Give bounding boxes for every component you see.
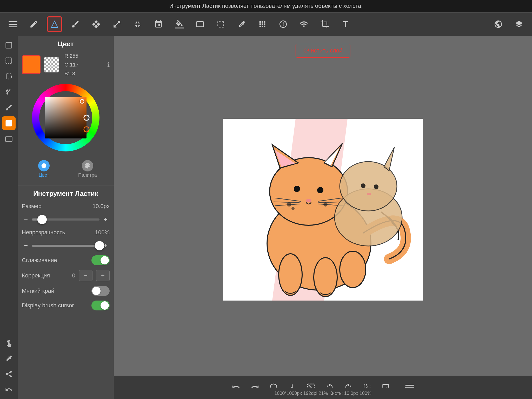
size-label: Размер xyxy=(22,203,45,210)
color-section-title: Цвет xyxy=(22,40,110,48)
opacity-slider-thumb[interactable] xyxy=(95,241,104,250)
svg-point-31 xyxy=(287,202,291,207)
primary-color-swatch[interactable] xyxy=(22,55,41,74)
soft-edge-row: Мягкий край xyxy=(22,286,110,296)
svg-point-40 xyxy=(361,183,365,188)
globe-icon[interactable] xyxy=(490,16,506,32)
canvas-icon[interactable] xyxy=(2,38,16,52)
notification-text: Инструмент Ластик позволяет пользователя… xyxy=(169,3,363,9)
menu-icon[interactable] xyxy=(5,16,21,32)
selection-sidebar-icon[interactable] xyxy=(2,54,16,68)
fill-icon[interactable] xyxy=(171,16,187,32)
palette-tab-circle-icon xyxy=(82,160,93,171)
display-cursor-toggle[interactable] xyxy=(91,301,110,310)
correction-plus-btn[interactable]: + xyxy=(96,270,110,281)
canvas-status-bar: 1000*1000px 192dpi 21% Кисть: 10.0px 100… xyxy=(114,388,532,399)
rgb-b: B:18 xyxy=(64,69,78,78)
svg-point-33 xyxy=(323,202,328,207)
crop-icon[interactable] xyxy=(317,16,332,32)
size-plus[interactable]: + xyxy=(102,214,110,224)
shrink-icon[interactable] xyxy=(130,16,145,32)
clear-layer-button[interactable]: Очистить слой xyxy=(296,44,350,58)
color-sidebar-icon[interactable] xyxy=(2,116,16,130)
opacity-label: Непрозрачность xyxy=(22,229,65,236)
svg-point-35 xyxy=(314,258,337,297)
opacity-slider-fill xyxy=(32,245,99,247)
palette-tab-label: Палитра xyxy=(78,172,97,178)
opacity-slider-track[interactable] xyxy=(32,245,99,247)
color-wheel-container[interactable] xyxy=(22,81,110,154)
soft-edge-knob xyxy=(92,287,101,295)
canvas-area: Очистить слой xyxy=(114,36,532,376)
pencil-icon[interactable] xyxy=(26,16,42,32)
hand-sidebar-icon[interactable] xyxy=(2,336,16,350)
svg-rect-1 xyxy=(9,24,17,25)
smudge-icon[interactable] xyxy=(68,16,83,32)
left-panel: Цвет R:255 G:117 B:18 ℹ xyxy=(18,36,114,399)
svg-point-24 xyxy=(306,199,311,202)
canvas-status-text: 1000*1000px 192dpi 21% Кисть: 10.0px 100… xyxy=(274,391,371,396)
flip-sidebar-icon[interactable] xyxy=(2,70,16,83)
size-slider-container[interactable]: − + xyxy=(22,214,110,224)
color-info-icon[interactable]: ℹ xyxy=(107,61,110,68)
color-swatches: R:255 G:117 B:18 ℹ xyxy=(22,52,110,78)
layers-icon[interactable] xyxy=(511,16,527,32)
lasso-icon[interactable] xyxy=(151,16,166,32)
opacity-value: 100% xyxy=(95,229,110,236)
selection-rect-icon[interactable] xyxy=(213,16,229,32)
svg-rect-2 xyxy=(9,26,17,28)
tool-settings-section: Инструмент Ластик Размер 10.0px − + Непр… xyxy=(18,185,114,319)
undo-sidebar-icon[interactable] xyxy=(2,383,16,396)
size-value: 10.0px xyxy=(92,203,110,210)
eyedropper-icon[interactable] xyxy=(234,16,249,32)
soft-edge-toggle[interactable] xyxy=(91,286,110,296)
svg-point-23 xyxy=(317,187,323,193)
layer-thumb-icon[interactable] xyxy=(2,132,16,145)
eyedropper-sidebar-icon[interactable] xyxy=(2,352,16,365)
svg-rect-0 xyxy=(9,21,17,22)
svg-rect-5 xyxy=(6,58,12,64)
text-icon[interactable]: T xyxy=(338,16,353,32)
main-toolbar: T xyxy=(0,12,532,36)
rgb-g: G:117 xyxy=(64,61,78,69)
transform-icon[interactable] xyxy=(275,16,291,32)
smoothing-knob xyxy=(101,256,109,264)
opacity-slider-container[interactable]: − + xyxy=(22,241,110,251)
opacity-minus[interactable]: − xyxy=(22,241,30,251)
left-sidebar xyxy=(0,36,18,399)
size-slider-thumb[interactable] xyxy=(37,215,47,224)
tab-palette[interactable]: Палитра xyxy=(70,160,105,178)
group-layers-icon[interactable] xyxy=(296,16,312,32)
correction-minus-btn[interactable]: − xyxy=(79,270,92,281)
svg-rect-6 xyxy=(6,120,12,127)
brush-size-icon[interactable] xyxy=(255,16,270,32)
tab-color[interactable]: Цвет xyxy=(26,160,62,178)
brush-sidebar-icon[interactable] xyxy=(2,101,16,114)
svg-rect-7 xyxy=(6,137,12,142)
drawing-canvas[interactable] xyxy=(223,119,423,301)
opacity-row: Непрозрачность 100% xyxy=(22,229,110,236)
size-minus[interactable]: − xyxy=(22,214,30,224)
smoothing-label: Сглаживание xyxy=(22,257,91,264)
ruler-sidebar-icon[interactable] xyxy=(2,85,16,99)
color-wheel-svg[interactable] xyxy=(32,84,99,151)
svg-point-32 xyxy=(291,207,295,210)
svg-point-34 xyxy=(279,254,302,295)
display-cursor-row: Display brush cursor xyxy=(22,301,110,310)
correction-row: Коррекция 0 − + xyxy=(22,270,110,281)
share-sidebar-icon[interactable] xyxy=(2,367,16,381)
correction-label: Коррекция xyxy=(22,272,69,279)
smoothing-toggle[interactable] xyxy=(91,255,110,265)
svg-rect-46 xyxy=(405,385,414,386)
rectangle-icon[interactable] xyxy=(192,16,208,32)
color-palette-tabs: Цвет Палитра xyxy=(22,157,110,181)
expand-icon[interactable] xyxy=(109,16,125,32)
size-slider-track[interactable] xyxy=(32,218,99,221)
move-icon[interactable] xyxy=(88,16,104,32)
rgb-r: R:255 xyxy=(64,52,78,60)
svg-rect-3 xyxy=(197,22,203,27)
svg-rect-4 xyxy=(6,42,12,48)
eraser-icon[interactable] xyxy=(47,16,62,32)
secondary-color-swatch[interactable] xyxy=(44,57,59,72)
svg-point-36 xyxy=(340,251,366,288)
